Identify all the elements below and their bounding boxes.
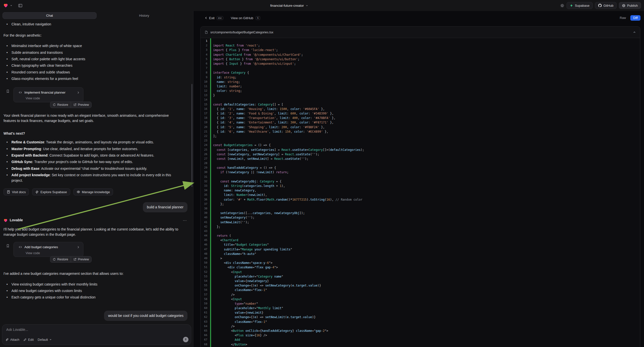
code-line: 26 const [newCategory, setNewCategory] =… [201, 152, 640, 156]
code-line: 51 <div className="flex gap-4"> [201, 265, 640, 270]
preview-label: Preview [78, 103, 89, 106]
chevron-left-icon [205, 16, 208, 20]
code-line: 9 id: string; [201, 75, 640, 80]
list-item: View existing budget categories with the… [4, 282, 190, 287]
lovable-logo-icon[interactable] [3, 3, 8, 8]
explore-supabase-label: Explore Supabase [40, 190, 67, 194]
bolt-icon [35, 190, 38, 194]
collapse-chevron-up-icon[interactable] [633, 30, 636, 34]
code-line: 10 name: string; [201, 80, 640, 84]
code-line: 4import ChartCard from '@/components/ui/… [201, 52, 640, 57]
restore-icon [53, 258, 56, 261]
code-line: 67 Add [201, 338, 640, 342]
visit-docs-label: Visit docs [12, 190, 26, 194]
code-lines[interactable]: 12import React from 'react';3import { Pl… [201, 38, 640, 347]
chat-scrollbar[interactable] [192, 84, 192, 187]
list-item: Add new budget categories with custom li… [4, 288, 190, 294]
code-line: 32 const newCategoryObj: Category = { [201, 179, 640, 184]
view-code-label[interactable]: View code [26, 96, 80, 101]
quick-actions: Visit docs Explore Supabase Manage knowl… [4, 188, 190, 196]
code-card-add-budget[interactable]: Add budget categories View code Restore … [14, 242, 84, 257]
bookmark-icon[interactable] [6, 244, 10, 248]
exit-button[interactable]: Exit [205, 16, 214, 20]
file-header[interactable]: src/components/budget/BudgetCategories.t… [201, 27, 640, 38]
attach-button[interactable]: Attach [5, 338, 20, 342]
assistant-paragraph: Your sleek financial planner is now read… [4, 113, 176, 124]
list-item: Subtle animations and transitions [4, 50, 190, 56]
code-line: 36 color: '#' + Math.floor(Math.random()… [201, 198, 640, 202]
code-icon [18, 246, 22, 249]
edit-button[interactable]: Edit [24, 338, 34, 342]
explore-supabase-button[interactable]: Explore Supabase [32, 188, 70, 196]
attach-label: Attach [10, 338, 20, 342]
code-line: 54 value={newCategory} [201, 279, 640, 283]
mode-label: Default [38, 338, 48, 342]
supabase-button[interactable]: Supabase [566, 2, 593, 9]
aesthetic-list: Minimalist interface with plenty of whit… [4, 43, 190, 82]
code-line: 30 if (!newCategory || !newLimit) return… [201, 170, 640, 174]
project-title: financial-future-creator [270, 4, 304, 8]
code-line: 34 name: newCategory, [201, 188, 640, 193]
raw-button[interactable]: Raw [617, 15, 628, 21]
card-title: Implement financial planner [24, 90, 74, 95]
arrow-up-icon [184, 338, 187, 341]
supabase-bolt-icon [570, 4, 573, 7]
code-card-implement[interactable]: Implement financial planner View code Re… [14, 87, 84, 102]
github-button[interactable]: GitHub [595, 2, 616, 9]
chevron-down-icon[interactable] [10, 4, 12, 7]
code-line: 64 /> [201, 324, 640, 328]
card-hover-actions: Restore Preview [50, 256, 92, 262]
code-line: 13} [201, 93, 640, 98]
lovable-app: financial-future-creator Supabase GitHub… [0, 0, 644, 347]
code-line: 58 <Input [201, 297, 640, 302]
list-item: Soft, neutral color palette with light b… [4, 56, 190, 62]
code-line: 55 onChange={(e) => setNewCategory(e.tar… [201, 283, 640, 288]
view-code-label[interactable]: View code [26, 251, 80, 256]
list-item: Expand with Backend: Connect Supabase to… [4, 153, 176, 158]
code-line: 2import React from 'react'; [201, 43, 640, 48]
user-message-bubble: build a financial planner [143, 202, 188, 212]
code-line: 14 [201, 98, 640, 102]
bookmark-icon[interactable] [6, 89, 10, 93]
chat-tabs: Chat History [2, 12, 191, 19]
chevron-right-icon [77, 91, 80, 94]
github-icon [598, 4, 602, 7]
assistant-paragraph: I've added a new budget categories manag… [4, 271, 190, 276]
mode-select[interactable]: Default [38, 338, 52, 342]
send-button[interactable] [183, 337, 188, 342]
publish-label: Publish [627, 4, 638, 8]
publish-button[interactable]: Publish [619, 2, 641, 9]
whats-next-list: Refine & Customize: Tweak the design, an… [4, 140, 176, 183]
message-menu-icon[interactable]: ⋯ [183, 218, 187, 223]
code-line: 5import { Button } from '@/components/ui… [201, 57, 640, 62]
preview-button[interactable]: Preview [71, 256, 91, 262]
aesthetic-intro: For the design aesthetic: [4, 33, 190, 38]
chat-input[interactable] [6, 328, 187, 332]
code-line: 50 <div className="space-y-6"> [201, 260, 640, 265]
tab-chat[interactable]: Chat [2, 12, 96, 19]
code-line: 8interface Category { [201, 70, 640, 75]
project-menu[interactable]: financial-future-creator [270, 0, 308, 11]
code-line: 23 [201, 138, 640, 143]
restore-button[interactable]: Restore [50, 256, 71, 262]
chat-scroll-area[interactable]: Clean, intuitive navigation For the desi… [0, 19, 193, 324]
esc-kbd: esc [216, 16, 224, 20]
visit-docs-button[interactable]: Visit docs [4, 188, 29, 196]
tab-history[interactable]: History [97, 12, 191, 19]
diff-button[interactable]: Diff [630, 15, 640, 21]
code-line: 52 <Input [201, 270, 640, 274]
scrollback-list: Clean, intuitive navigation [4, 22, 190, 27]
code-line: 42 }; [201, 224, 640, 229]
manage-knowledge-button[interactable]: Manage knowledge [74, 188, 113, 196]
settings-gear-icon[interactable] [560, 4, 564, 8]
view-on-github-link[interactable]: View on GitHub [231, 16, 253, 20]
preview-button[interactable]: Preview [71, 102, 91, 108]
code-line: 60 placeholder="Monthly limit" [201, 306, 640, 310]
sidebar-toggle-icon[interactable] [18, 4, 22, 8]
restore-button[interactable]: Restore [50, 102, 71, 108]
restore-label: Restore [57, 103, 68, 106]
document-icon [7, 190, 10, 194]
list-item: Clean, intuitive navigation [4, 22, 190, 27]
code-line: 62 onChange={(e) => setNewLimit(e.target… [201, 315, 640, 319]
code-line: 53 placeholder="Category name" [201, 274, 640, 279]
